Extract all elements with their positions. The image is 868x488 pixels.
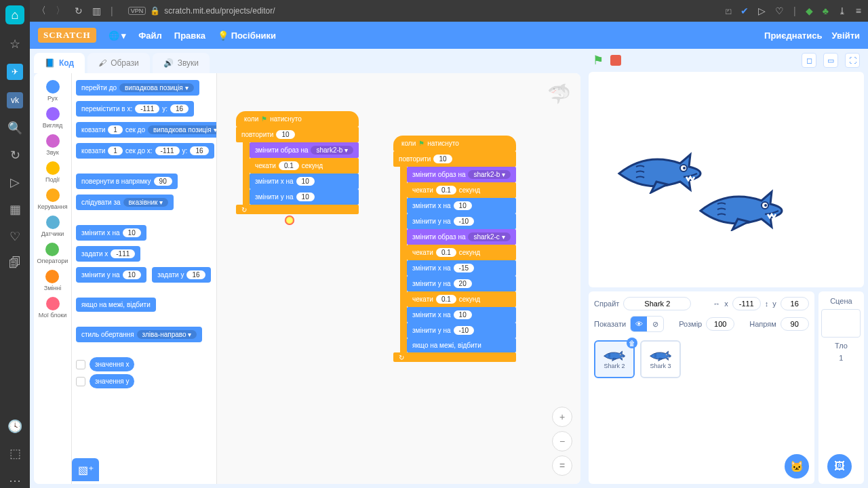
extension-icon[interactable]: ♣ [823, 5, 829, 16]
block-palette[interactable]: перейти довипадкова позиція ▾ перемістит… [72, 73, 217, 484]
sprite-card-shark3[interactable]: Shark 3 [640, 340, 681, 378]
block-change-x[interactable]: змінити x на10 [407, 198, 516, 214]
sprite-name-input[interactable] [623, 297, 691, 310]
add-extension-button[interactable]: ▧⁺ [72, 458, 99, 481]
block-repeat[interactable]: повторити10 [236, 127, 359, 142]
menu-tutorials[interactable]: 💡 Посібники [218, 30, 276, 41]
reporter-ypos[interactable]: значення y [90, 374, 134, 388]
block-change-y[interactable]: змінити y на-10 [407, 214, 516, 229]
stage-small-button[interactable]: ◻ [802, 53, 816, 68]
tab-code[interactable]: 📘 Код [34, 53, 85, 73]
dock-telegram-icon[interactable]: ✈ [7, 64, 23, 80]
block-set-y[interactable]: задати y16 [152, 267, 210, 283]
menu-icon[interactable]: ≡ [856, 5, 861, 16]
block-switch-costume[interactable]: змінити образ наshark2-c ▾ [407, 229, 516, 245]
download-icon[interactable]: ⤓ [838, 5, 846, 16]
stage-full-button[interactable]: ⛶ [845, 53, 860, 68]
eye-show-icon[interactable]: 👁 [631, 317, 647, 331]
cat-variables[interactable]: Змінні [44, 268, 62, 293]
zoom-out-button[interactable]: − [552, 431, 572, 451]
block-moveto-xy[interactable]: перемістити в x:-111y:16 [76, 101, 194, 117]
stop-button[interactable] [610, 55, 621, 66]
tab-sounds[interactable]: 🔊 Звуки [153, 53, 210, 73]
block-change-y[interactable]: змінити y на10 [250, 189, 359, 205]
block-wait[interactable]: чекати0.1секунд [407, 182, 516, 198]
stage-sprite-shark3[interactable] [697, 184, 785, 234]
menu-edit[interactable]: Правка [174, 30, 205, 41]
dock-vk-icon[interactable]: vk [7, 92, 23, 108]
dock-home-icon[interactable]: ⌂ [5, 5, 24, 24]
block-bounce[interactable]: якщо на межі, відбити [407, 338, 516, 352]
block-wait[interactable]: чекати0.1секунд [407, 245, 516, 260]
ypos-checkbox[interactable] [76, 377, 85, 386]
nav-reload-icon[interactable]: ↻ [75, 5, 83, 16]
cat-sensing[interactable]: Датчики [41, 214, 64, 239]
block-change-y[interactable]: змінити y на10 [76, 267, 146, 283]
sprite-size-input[interactable] [706, 317, 734, 331]
sprite-direction-input[interactable] [781, 317, 809, 331]
block-change-x[interactable]: змінити x на10 [76, 225, 146, 241]
dock-search-icon[interactable]: 🔍 [7, 121, 22, 136]
visibility-toggle[interactable]: 👁⊘ [630, 316, 664, 332]
nav-back-icon[interactable]: 〈 [37, 5, 46, 17]
xpos-checkbox[interactable] [76, 360, 85, 369]
add-sprite-button[interactable]: 🐱 [785, 454, 809, 479]
camera-icon[interactable]: ⏍ [726, 5, 731, 16]
block-point-towards[interactable]: слідувати завказівник ▾ [76, 195, 174, 210]
hat-when-flag[interactable]: коли ⚑ натиснуто [236, 111, 359, 127]
language-icon[interactable]: 🌐 ▾ [108, 30, 127, 41]
nav-panels-icon[interactable]: ▥ [92, 5, 101, 16]
cat-operators[interactable]: Оператори [37, 241, 68, 266]
dock-grid-icon[interactable]: ▦ [9, 202, 21, 217]
dock-history-icon[interactable]: ↻ [10, 148, 20, 163]
menu-signin[interactable]: Увійти [831, 30, 860, 41]
block-wait[interactable]: чекати0.1секунд [250, 158, 359, 174]
scratch-logo[interactable]: SCRATCH [38, 28, 96, 43]
bookmark-heart-icon[interactable]: ♡ [775, 5, 784, 16]
tab-costumes[interactable]: 🖌 Образи [87, 53, 150, 73]
green-flag-button[interactable]: ⚑ [593, 53, 604, 68]
cat-motion[interactable]: Рух [46, 79, 60, 103]
cat-looks[interactable]: Вигляд [43, 106, 63, 130]
script-stack-1[interactable]: коли ⚑ натиснуто повторити10 змінити обр… [236, 111, 359, 214]
cat-sound[interactable]: Звук [46, 133, 60, 157]
block-change-x[interactable]: змінити x на-15 [407, 260, 516, 276]
address-bar[interactable]: VPN 🔒 scratch.mit.edu/projects/editor/ [123, 6, 716, 16]
reporter-xpos[interactable]: значення x [90, 357, 134, 371]
cat-myblocks[interactable]: Мої блоки [39, 296, 67, 320]
dock-clock-icon[interactable]: 🕓 [7, 419, 22, 434]
dock-cube-icon[interactable]: ⬚ [9, 446, 21, 461]
block-repeat[interactable]: повторити10 [393, 151, 516, 167]
scripts-area[interactable]: 🦈 коли ⚑ натиснуто повторити10 змінити о… [217, 73, 580, 484]
block-bounce[interactable]: якщо на межі, відбити [76, 298, 156, 312]
block-goto[interactable]: перейти довипадкова позиція ▾ [76, 80, 199, 96]
stage[interactable] [589, 72, 864, 287]
zoom-in-button[interactable]: + [552, 407, 572, 427]
sprite-y-input[interactable] [781, 297, 809, 310]
add-backdrop-button[interactable]: 🖼 [827, 454, 852, 479]
zoom-reset-button[interactable]: = [552, 455, 572, 476]
stage-thumbnail[interactable] [821, 309, 861, 338]
hat-when-flag[interactable]: коли ⚑ натиснуто [393, 136, 516, 151]
stage-selector[interactable]: Сцена Тло 1 🖼 [818, 291, 864, 484]
dock-star-icon[interactable]: ☆ [9, 37, 20, 52]
shield-check-icon[interactable]: ✔ [741, 5, 749, 16]
block-rotation-style[interactable]: стиль обертаннязліва-направо ▾ [76, 327, 202, 342]
menu-join[interactable]: Приєднатись [764, 30, 822, 41]
dock-send-icon[interactable]: ▷ [10, 175, 20, 190]
adblock-icon[interactable]: ◆ [806, 5, 813, 16]
block-set-x[interactable]: задати x-111 [76, 246, 140, 262]
block-wait[interactable]: чекати0.1секунд [407, 291, 516, 307]
menu-file[interactable]: Файл [138, 30, 162, 41]
stage-sprite-shark2[interactable] [616, 146, 704, 197]
block-change-y[interactable]: змінити y на20 [407, 276, 516, 291]
cat-events[interactable]: Події [45, 160, 60, 184]
delete-sprite-button[interactable]: 🗑 [627, 338, 637, 348]
eye-hide-icon[interactable]: ⊘ [647, 317, 663, 331]
block-change-x[interactable]: змінити x на10 [250, 174, 359, 189]
block-glide-rand[interactable]: ковзати1сек довипадкова позиція ▾ [76, 122, 217, 138]
stage-large-button[interactable]: ▭ [823, 53, 838, 68]
block-switch-costume[interactable]: змінити образ наshark2-b ▾ [250, 142, 359, 158]
nav-forward-icon[interactable]: 〉 [56, 5, 65, 17]
dock-more-icon[interactable]: ⋯ [9, 473, 21, 488]
